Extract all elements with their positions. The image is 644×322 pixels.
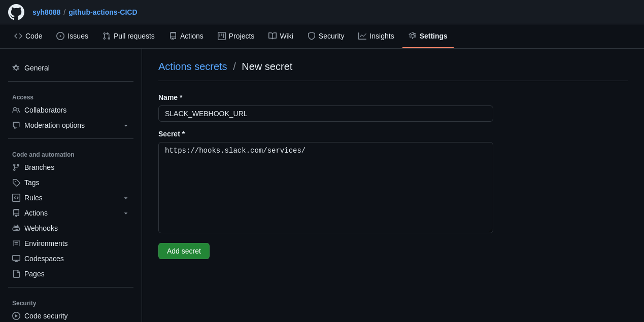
sidebar-item-pages-label: Pages (24, 270, 45, 278)
security-shield-icon (308, 32, 316, 40)
name-input[interactable] (158, 105, 493, 122)
actions-chevron-icon (122, 209, 129, 217)
actions-icon (169, 32, 177, 40)
collaborators-icon (12, 106, 20, 114)
sidebar-item-rules[interactable]: Rules (8, 191, 133, 205)
sidebar-item-collaborators[interactable]: Collaborators (8, 103, 133, 117)
repo-path: syh8088 / github-actions-CICD (32, 8, 138, 16)
tab-projects-label: Projects (229, 32, 255, 40)
tab-insights-label: Insights (369, 32, 394, 40)
repo-name[interactable]: github-actions-CICD (69, 8, 137, 16)
github-logo-icon (8, 4, 24, 20)
main-content: Actions secrets / New secret Name * Secr… (142, 49, 644, 322)
sidebar-item-actions-label: Actions (24, 209, 48, 217)
secret-textarea-wrapper: https://hooks.slack.com/services/ (158, 142, 628, 235)
sidebar-section-security: Security (8, 294, 133, 309)
sidebar-item-rules-label: Rules (24, 194, 43, 202)
repo-owner[interactable]: syh8088 (32, 8, 60, 16)
sidebar-item-environments[interactable]: Environments (8, 236, 133, 251)
sidebar-item-code-security-label: Code security (24, 312, 68, 320)
sidebar-divider-3 (8, 287, 133, 288)
codespaces-icon (12, 255, 20, 263)
tab-issues-label: Issues (67, 32, 88, 40)
sidebar-item-collaborators-label: Collaborators (24, 106, 66, 114)
sidebar-section-access: Access (8, 88, 133, 103)
rules-icon (12, 194, 20, 202)
top-nav: syh8088 / github-actions-CICD (0, 0, 644, 24)
sidebar-item-general-label: General (24, 64, 50, 72)
name-label: Name * (158, 93, 628, 101)
branches-icon (12, 163, 20, 171)
tab-projects[interactable]: Projects (212, 24, 261, 48)
add-secret-button[interactable]: Add secret (158, 243, 210, 259)
sidebar-item-branches-label: Branches (24, 163, 54, 171)
sidebar-item-general[interactable]: General (8, 61, 133, 75)
sidebar-item-tags-label: Tags (24, 178, 40, 187)
tab-security[interactable]: Security (301, 24, 351, 48)
sidebar-item-webhooks[interactable]: Webhooks (8, 221, 133, 235)
sidebar-item-branches[interactable]: Branches (8, 160, 133, 174)
sidebar-item-environments-label: Environments (24, 239, 68, 247)
repo-tabs: Code Issues Pull requests Actions Projec… (0, 24, 644, 49)
title-separator: / (233, 61, 239, 72)
sidebar-item-codespaces[interactable]: Codespaces (8, 252, 133, 266)
settings-gear-icon (409, 32, 417, 40)
path-separator: / (63, 8, 65, 16)
tab-settings-label: Settings (420, 32, 448, 40)
secret-label: Secret * (158, 130, 628, 138)
sidebar-item-moderation-label: Moderation options (24, 121, 85, 129)
name-field-group: Name * (158, 93, 628, 122)
webhooks-icon (12, 224, 20, 232)
sidebar-section-code-automation: Code and automation (8, 145, 133, 160)
tab-issues[interactable]: Issues (50, 24, 94, 48)
breadcrumb-link[interactable]: Actions secrets (158, 61, 227, 72)
sidebar-item-actions[interactable]: Actions (8, 206, 133, 220)
sidebar-item-codespaces-label: Codespaces (24, 255, 64, 263)
sidebar-item-code-security[interactable]: Code security (8, 309, 133, 322)
tab-security-label: Security (319, 32, 345, 40)
pages-icon (12, 270, 20, 278)
secret-input[interactable]: https://hooks.slack.com/services/ (158, 142, 493, 233)
sidebar-item-webhooks-label: Webhooks (24, 224, 58, 232)
sidebar-divider-1 (8, 81, 133, 82)
tab-insights[interactable]: Insights (352, 24, 400, 48)
code-icon (14, 32, 22, 40)
pull-requests-icon (103, 32, 111, 40)
moderation-icon (12, 121, 20, 129)
rules-chevron-icon (122, 194, 129, 201)
secret-field-group: Secret * https://hooks.slack.com/service… (158, 130, 628, 235)
projects-icon (218, 32, 226, 40)
tab-code[interactable]: Code (8, 24, 48, 48)
insights-icon (358, 32, 366, 40)
tab-actions-label: Actions (180, 32, 204, 40)
gear-icon (12, 64, 20, 72)
page-header: Actions secrets / New secret (158, 61, 628, 81)
sidebar-item-pages[interactable]: Pages (8, 267, 133, 281)
tab-actions[interactable]: Actions (163, 24, 210, 48)
tab-wiki-label: Wiki (280, 32, 293, 40)
tab-pull-requests-label: Pull requests (114, 32, 155, 40)
sidebar: General Access Collaborators Moderation … (0, 49, 142, 322)
page-title-divider (158, 81, 628, 81)
environments-icon (12, 239, 20, 247)
code-security-icon (12, 312, 20, 320)
sidebar-divider-2 (8, 138, 133, 139)
main-layout: General Access Collaborators Moderation … (0, 49, 644, 322)
chevron-down-icon (122, 122, 129, 129)
tab-pull-requests[interactable]: Pull requests (96, 24, 161, 48)
wiki-icon (268, 32, 277, 40)
tab-code-label: Code (25, 32, 42, 40)
tab-settings[interactable]: Settings (402, 24, 454, 48)
tab-wiki[interactable]: Wiki (262, 24, 299, 48)
page-title-current: New secret (242, 61, 292, 72)
actions-sidebar-icon (12, 209, 20, 217)
sidebar-item-moderation[interactable]: Moderation options (8, 118, 133, 132)
issues-icon (56, 32, 64, 40)
tags-icon (12, 178, 20, 187)
sidebar-item-tags[interactable]: Tags (8, 175, 133, 190)
page-title: Actions secrets / New secret (158, 61, 628, 73)
